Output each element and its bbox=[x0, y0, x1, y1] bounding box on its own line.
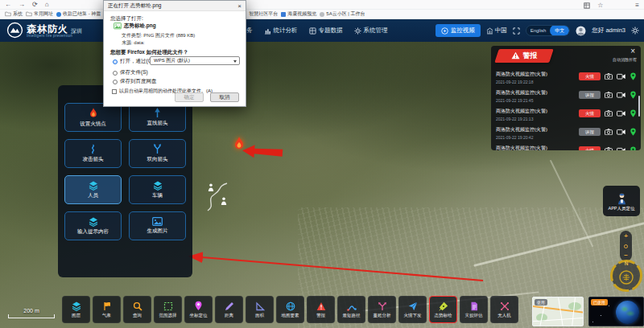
settings-gear-icon[interactable] bbox=[631, 27, 639, 35]
language-english[interactable]: English bbox=[526, 28, 551, 33]
avatar[interactable] bbox=[576, 26, 586, 36]
camera-icon[interactable] bbox=[605, 92, 613, 98]
radio-button-selected[interactable] bbox=[113, 59, 118, 64]
tool-weather[interactable]: 气象 bbox=[93, 296, 121, 323]
tool-drone[interactable]: 无人机 bbox=[490, 296, 518, 323]
personnel-marker[interactable] bbox=[221, 197, 227, 205]
app-personnel-locate-button[interactable]: APP人员定位 bbox=[603, 186, 640, 216]
menu-hamburger-icon[interactable]: ≡ bbox=[635, 2, 639, 9]
video-camera-icon[interactable] bbox=[617, 129, 625, 135]
tool-situation-plotting[interactable]: 态势标绘 bbox=[429, 296, 457, 323]
fullscreen-icon[interactable] bbox=[513, 27, 520, 35]
monitor-video-button[interactable]: 监控视频 bbox=[436, 24, 481, 37]
bookmark-item[interactable]: 智慧社区平台 bbox=[249, 10, 278, 18]
tool-query[interactable]: 查询 bbox=[123, 296, 151, 323]
tool-spread-analysis[interactable]: 蔓延分析 bbox=[368, 296, 396, 323]
bookmark-item[interactable]: 5A云小区 | 工作台 bbox=[320, 10, 365, 18]
location-pin-icon[interactable] bbox=[630, 128, 637, 137]
tool-map-elements[interactable]: 地图要素 bbox=[276, 296, 304, 323]
input-prompt-button[interactable]: 输入提示内容 bbox=[64, 211, 122, 240]
extension-icon[interactable] bbox=[584, 2, 590, 9]
country-selector[interactable]: 中国 bbox=[486, 27, 507, 35]
alert-status-badge[interactable]: 火情 bbox=[579, 146, 601, 150]
menu-item-statistics[interactable]: 统计分析 bbox=[264, 27, 298, 35]
alert-title: 商洛防火视频监控(火警) bbox=[496, 89, 560, 96]
ok-button[interactable]: 确定 bbox=[175, 92, 204, 102]
cancel-button[interactable]: 取消 bbox=[210, 92, 239, 102]
location-pin-icon[interactable] bbox=[630, 91, 637, 100]
location-pin-icon[interactable] bbox=[630, 72, 637, 81]
bookmark-item[interactable]: 收款已结算 - 神盾 bbox=[56, 10, 101, 18]
street-basemap-thumbnail[interactable]: 使用 bbox=[532, 297, 584, 326]
brand-logo-icon bbox=[6, 22, 23, 39]
language-chinese[interactable]: 中文 bbox=[550, 25, 569, 36]
checkbox[interactable] bbox=[112, 89, 117, 94]
open-with-dropdown[interactable]: WPS 图片 (默认) bbox=[150, 56, 240, 65]
plotted-attack-arrow[interactable] bbox=[242, 143, 284, 161]
browser-nav-row: ← → ⟳ ⌂ bbox=[0, 0, 644, 10]
tool-coordinate-locate[interactable]: 坐标定位 bbox=[184, 296, 213, 323]
zoom-reset-button[interactable] bbox=[624, 244, 628, 248]
bookmark-item[interactable]: 海康视频预览 bbox=[281, 10, 316, 18]
bookmark-folder[interactable]: 常用网址 bbox=[26, 10, 53, 18]
alert-status-badge[interactable]: 火情 bbox=[579, 72, 601, 80]
language-toggle[interactable]: English 中文 bbox=[526, 25, 571, 36]
video-camera-icon[interactable] bbox=[617, 147, 625, 150]
camera-icon[interactable] bbox=[605, 73, 613, 80]
forward-icon[interactable]: → bbox=[19, 2, 25, 8]
personnel-button[interactable]: 人员 bbox=[64, 175, 122, 204]
alert-status-badge[interactable]: 火情 bbox=[579, 109, 601, 117]
back-icon[interactable]: ← bbox=[5, 2, 11, 8]
camera-icon[interactable] bbox=[605, 147, 613, 150]
tool-area[interactable]: 面积 bbox=[246, 296, 274, 323]
location-pin-icon[interactable] bbox=[630, 146, 637, 150]
camera-icon[interactable] bbox=[605, 110, 613, 117]
vehicle-button[interactable]: 车辆 bbox=[129, 175, 186, 204]
menu-item-system-management[interactable]: 系统管理 bbox=[354, 27, 388, 35]
tool-layers[interactable]: 图层 bbox=[62, 296, 90, 323]
plotted-line-arrow[interactable] bbox=[181, 245, 495, 289]
radio-button[interactable] bbox=[113, 71, 118, 76]
scrollbar[interactable] bbox=[638, 96, 640, 117]
video-camera-icon[interactable] bbox=[617, 92, 625, 98]
reload-icon[interactable]: ⟳ bbox=[32, 2, 38, 8]
location-pin-icon[interactable] bbox=[630, 109, 637, 118]
clear-all-button[interactable]: 自动消除所有 bbox=[613, 57, 637, 62]
tool-fire-dispatch[interactable]: 火情下发 bbox=[398, 296, 427, 323]
bookmark-star-icon[interactable]: ☆ bbox=[597, 2, 603, 9]
generate-image-button[interactable]: 生成图片 bbox=[129, 211, 186, 240]
radio-save-cloud[interactable]: 保存到百度网盘 bbox=[113, 78, 157, 85]
user-greeting[interactable]: 您好 admin3 bbox=[592, 27, 625, 35]
zoom-in-button[interactable]: + bbox=[624, 233, 628, 240]
radio-button[interactable] bbox=[113, 80, 118, 84]
two-way-arrow-button[interactable]: 双向箭头 bbox=[129, 139, 186, 168]
header-menu: 务 统计分析 专题数据 系统管理 bbox=[246, 19, 388, 42]
video-camera-icon[interactable] bbox=[617, 73, 625, 80]
tool-distance[interactable]: 距离 bbox=[215, 296, 243, 323]
radio-open-with[interactable]: 打开，通过(O) bbox=[113, 58, 154, 65]
radio-save-file[interactable]: 保存文件(S) bbox=[113, 69, 148, 76]
attack-arrow-button[interactable]: 攻击箭头 bbox=[64, 139, 122, 168]
globe-basemap-thumbnail[interactable]: 已使用 bbox=[588, 297, 644, 326]
tool-shortest-path[interactable]: 最短路径 bbox=[337, 296, 365, 323]
compass-north-label: N bbox=[609, 260, 643, 266]
alert-status-badge[interactable]: 误报 bbox=[579, 91, 601, 99]
camera-icon[interactable] bbox=[605, 129, 613, 135]
tool-range-select[interactable]: 范围选择 bbox=[154, 296, 182, 323]
personnel-marker[interactable] bbox=[208, 183, 214, 191]
home-icon[interactable]: ⌂ bbox=[45, 2, 49, 8]
menu-item-partial[interactable]: 务 bbox=[246, 27, 253, 35]
dialog-titlebar[interactable]: 正在打开 态势标绘.png bbox=[104, 1, 246, 11]
bookmark-folder[interactable]: 系统 bbox=[5, 10, 23, 18]
close-icon[interactable]: × bbox=[237, 2, 242, 10]
tool-alert[interactable]: 警报 bbox=[307, 296, 335, 323]
menu-item-special-data[interactable]: 专题数据 bbox=[309, 27, 343, 35]
set-fire-point-button[interactable]: 设置火情点 bbox=[64, 103, 122, 132]
compass-control[interactable]: N bbox=[609, 259, 643, 293]
tool-damage-assessment[interactable]: 灾损评估 bbox=[460, 296, 488, 323]
straight-arrow-button[interactable]: 直线箭头 bbox=[129, 103, 186, 132]
zoom-out-button[interactable]: − bbox=[624, 252, 628, 259]
alert-status-badge[interactable]: 误报 bbox=[579, 128, 601, 136]
close-icon[interactable]: × bbox=[630, 47, 635, 55]
video-camera-icon[interactable] bbox=[617, 110, 625, 117]
